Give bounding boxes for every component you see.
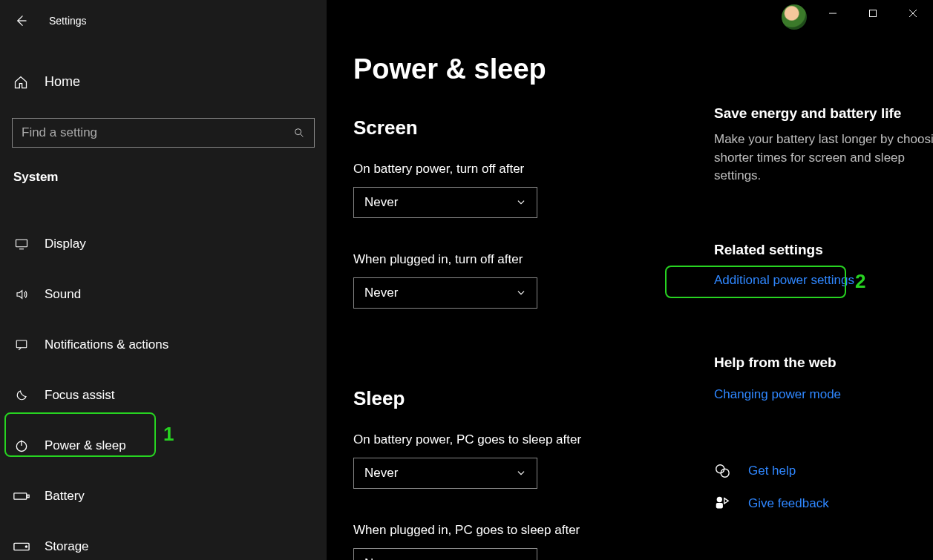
avatar[interactable] (782, 4, 807, 30)
sidebar-item-label: Notifications & actions (45, 337, 168, 352)
sidebar-item-label: Power & sleep (45, 438, 126, 453)
related-heading: Related settings (714, 242, 933, 258)
screen-battery-dropdown[interactable]: Never (353, 187, 537, 218)
sleep-battery-label: On battery power, PC goes to sleep after (353, 432, 650, 447)
save-energy-heading: Save energy and battery life (714, 105, 933, 122)
close-button[interactable] (893, 0, 933, 27)
search-box[interactable] (12, 118, 315, 148)
sleep-plugged-label: When plugged in, PC goes to sleep after (353, 523, 650, 538)
sound-icon (13, 288, 30, 301)
power-icon (13, 438, 30, 453)
svg-rect-4 (14, 493, 27, 499)
svg-point-10 (717, 497, 722, 502)
chevron-down-icon (516, 468, 526, 478)
svg-rect-1 (16, 240, 27, 247)
svg-point-0 (295, 129, 301, 135)
sidebar-item-focus-assist[interactable]: Focus assist (0, 370, 327, 421)
screen-heading: Screen (353, 116, 650, 139)
dropdown-value: Never (364, 466, 516, 481)
storage-icon (13, 541, 30, 552)
maximize-button[interactable] (853, 0, 893, 27)
svg-rect-12 (870, 10, 877, 17)
sidebar-item-label: Battery (45, 489, 85, 504)
battery-icon (13, 491, 30, 501)
titlebar: Settings (0, 9, 327, 33)
svg-rect-11 (716, 503, 723, 508)
app-title: Settings (49, 15, 87, 27)
search-input[interactable] (22, 125, 293, 140)
svg-rect-5 (27, 495, 30, 497)
sleep-plugged-dropdown[interactable]: Never (353, 548, 537, 560)
main-content: Power & sleep Screen On battery power, t… (327, 0, 933, 560)
moon-icon (13, 389, 30, 402)
minimize-button[interactable] (813, 0, 853, 27)
dropdown-value: Never (364, 286, 516, 300)
feedback-icon (714, 495, 730, 512)
sleep-battery-dropdown[interactable]: Never (353, 458, 537, 489)
nav-list: Display Sound Notifications & actions (0, 219, 327, 560)
changing-power-mode-link[interactable]: Changing power mode (714, 387, 841, 402)
dropdown-value: Never (364, 556, 516, 560)
search-icon (293, 127, 305, 139)
notifications-icon (13, 338, 30, 352)
display-icon (13, 237, 30, 251)
save-energy-text: Make your battery last longer by choosin… (714, 131, 933, 185)
screen-plugged-label: When plugged in, turn off after (353, 252, 650, 267)
help-heading: Help from the web (714, 355, 933, 371)
give-feedback-row[interactable]: Give feedback (714, 495, 933, 512)
sidebar-item-battery[interactable]: Battery (0, 471, 327, 521)
sidebar-item-label: Sound (45, 287, 81, 302)
chevron-down-icon (516, 288, 526, 298)
settings-window: Settings Home System (0, 0, 933, 560)
get-help-link[interactable]: Get help (748, 464, 796, 478)
sidebar-item-power-sleep[interactable]: Power & sleep (0, 421, 327, 471)
dropdown-value: Never (364, 195, 516, 210)
window-controls (813, 0, 933, 27)
svg-point-7 (25, 546, 27, 547)
aside-column: Save energy and battery life Make your b… (714, 53, 933, 560)
home-icon (13, 75, 30, 90)
svg-rect-2 (16, 340, 27, 348)
sidebar-item-label: Storage (45, 539, 89, 554)
sidebar-item-label: Focus assist (45, 388, 114, 403)
page-title: Power & sleep (353, 53, 650, 85)
additional-power-settings-link[interactable]: Additional power settings (714, 273, 854, 288)
category-label: System (13, 170, 327, 185)
get-help-row[interactable]: Get help (714, 463, 933, 479)
sidebar-item-label: Display (45, 237, 86, 251)
home-label: Home (45, 74, 80, 90)
chevron-down-icon (516, 197, 526, 208)
sidebar-item-notifications[interactable]: Notifications & actions (0, 320, 327, 370)
back-icon[interactable] (13, 13, 28, 28)
sidebar-item-sound[interactable]: Sound (0, 269, 327, 320)
give-feedback-link[interactable]: Give feedback (748, 496, 829, 511)
sidebar-item-display[interactable]: Display (0, 219, 327, 269)
search-wrap (12, 118, 315, 148)
sidebar: Settings Home System (0, 0, 327, 560)
get-help-icon (714, 463, 730, 479)
screen-battery-label: On battery power, turn off after (353, 162, 650, 177)
sidebar-item-storage[interactable]: Storage (0, 521, 327, 560)
related-settings: Related settings Additional power settin… (714, 242, 933, 355)
settings-column: Power & sleep Screen On battery power, t… (353, 53, 650, 560)
sleep-heading: Sleep (353, 387, 650, 410)
screen-plugged-dropdown[interactable]: Never (353, 277, 537, 309)
home-button[interactable]: Home (0, 68, 327, 96)
